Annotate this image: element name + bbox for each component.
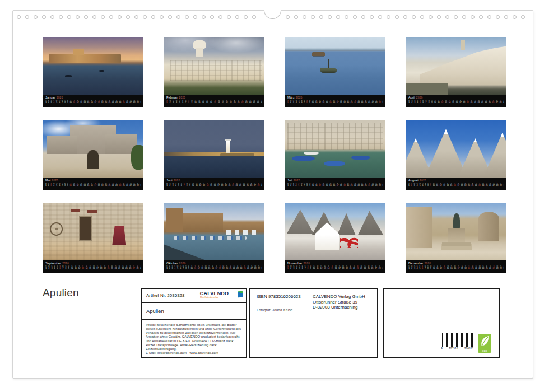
photo-detail — [50, 222, 63, 236]
photo-detail — [324, 161, 345, 166]
binding-hole — [445, 15, 449, 19]
binding-hole — [235, 15, 239, 19]
calendar-title-cell: Apulien — [142, 303, 246, 320]
binding-hole — [59, 15, 63, 19]
calendar-back-page: Januar2026D1F2S3S4M5D6M7D8F9S10S11M12D13… — [12, 10, 533, 379]
photo-detail — [225, 139, 231, 141]
binding-hole — [378, 15, 382, 19]
photo-detail — [351, 156, 370, 160]
month-name: November — [287, 262, 303, 265]
photo-detail — [226, 230, 259, 234]
mini-calendar-month-label: November2026 — [287, 262, 383, 265]
binding-hole — [252, 15, 256, 19]
barcode-digit-lead: 9 — [441, 347, 443, 350]
month-cell-otranto: Dezember2026D1M2D3F4S5S6M7D8M9D10F11S12S… — [406, 203, 506, 281]
mini-calendar-days: M1D2F3S4S5M6D7M8D9F10S11S12M13D14M15D16F… — [408, 100, 504, 107]
month-name: Februar — [166, 96, 178, 99]
mini-calendar-month-label: Oktober2026 — [166, 262, 262, 265]
photo-detail — [340, 235, 358, 248]
month-cell-lesina: März2026S1M2D3M4D5F6S7S8M9D10M11D12F13S1… — [285, 37, 385, 115]
month-cell-gallipoli: Oktober2026D1F2S3S4M5D6M7D8F9S10S11M12D1… — [164, 203, 264, 281]
month-year: 2026 — [296, 96, 303, 99]
month-year: 2026 — [179, 96, 185, 99]
brand-tagline: Mein Kalenderverlag — [200, 296, 236, 298]
photo-detail — [478, 212, 500, 241]
binding-hole — [437, 15, 441, 19]
barcode-digit-group2: 206623 — [464, 347, 473, 350]
photo-detail — [320, 68, 337, 73]
barcode-digits: 9 783516 206623 — [441, 347, 473, 350]
month-cell-monopoli: Juli2026M1D2F3S4S5M6D7M8D9F10S11S12M13D1… — [285, 120, 385, 198]
month-cell-vieste: Januar2026D1F2S3S4M5D6M7D8F9S10S11M12D13… — [43, 37, 143, 115]
month-name: Juli — [287, 179, 292, 182]
photo-detail — [406, 207, 432, 248]
mini-calendar-month-label: Dezember2026 — [408, 262, 504, 265]
publisher-address: CALVENDO Verlag GmbH Ottobrunner Straße … — [313, 294, 365, 310]
month-name: Oktober — [166, 262, 178, 265]
publisher-box: ISBN 9783516206623 Fotograf: Joana Kruse… — [249, 288, 378, 358]
photo-detail — [328, 59, 329, 68]
mini-month-calendar: Januar2026D1F2S3S4M5D6M7D8F9S10S11M12D13… — [43, 95, 143, 107]
binding-hole — [311, 15, 315, 19]
photo-detail — [312, 52, 325, 56]
mini-calendar-days: D1M2D3F4S5S6M7D8M9D10F11S12S13M14D15M16D… — [45, 265, 141, 273]
photo-detail — [425, 129, 467, 178]
month-year: 2026 — [52, 179, 58, 182]
photo-detail — [448, 228, 466, 244]
photo-detail — [406, 83, 448, 95]
mini-calendar-days: S1M2D3M4D5F6S7S8M9D10M11D12F13S14S15M16D… — [166, 100, 262, 107]
binding-hole — [471, 15, 475, 19]
photo-masseria — [43, 203, 143, 260]
photo-detail — [174, 236, 247, 240]
month-year: 2026 — [425, 262, 431, 265]
mini-calendar-month-label: August2026 — [408, 179, 504, 182]
mini-month-calendar: Februar2026S1M2D3M4D5F6S7S8M9D10M11D12F1… — [164, 95, 264, 107]
mini-calendar-month-label: Mai2026 — [45, 179, 141, 182]
photo-detail — [287, 209, 314, 234]
mini-month-calendar: April2026M1D2F3S4S5M6D7M8D9F10S11S12M13D… — [406, 95, 506, 107]
binding-hole — [218, 15, 222, 19]
binding-hole — [244, 15, 248, 19]
month-name: September — [45, 262, 61, 265]
binding-hole — [521, 15, 525, 19]
photo-detail — [453, 213, 461, 230]
eco-logo: eco — [478, 334, 491, 353]
month-cell-ostuni: April2026M1D2F3S4S5M6D7M8D9F10S11S12M13D… — [406, 37, 506, 115]
month-year: 2026 — [420, 179, 426, 182]
photo-detail — [164, 241, 206, 260]
binding-hole — [412, 15, 416, 19]
binding-hole — [395, 15, 399, 19]
photo-trulli — [43, 120, 143, 178]
barcode-digit-group1: 783516 — [449, 347, 458, 350]
binding-hole — [92, 15, 96, 19]
photo-detail — [285, 50, 385, 51]
mini-month-calendar: August2026S1S2M3D4M5D6F7S8S9M10D11M12D13… — [406, 178, 506, 190]
photo-massafra — [164, 37, 264, 95]
binding-hole — [17, 15, 21, 19]
photo-detail — [337, 211, 384, 235]
binding-hole — [496, 15, 500, 19]
photo-detail — [99, 70, 104, 72]
month-name: August — [408, 179, 419, 182]
mini-month-calendar: September2026D1M2D3F4S5S6M7D8M9D10F11S12… — [43, 260, 143, 273]
binding-hole — [487, 15, 491, 19]
binding-hole — [504, 15, 508, 19]
binding-hole — [294, 15, 298, 19]
photo-detail — [420, 46, 506, 85]
photo-daecher — [406, 120, 506, 178]
binding-hole — [109, 15, 113, 19]
article-number-cell: Artikel-Nr. 2035328 CALVENDO Mein Kalend… — [142, 289, 246, 303]
mini-month-calendar: Juli2026M1D2F3S4S5M6D7M8D9F10S11S12M13D1… — [285, 178, 385, 190]
month-name: März — [287, 96, 295, 99]
month-cell-alberobello: November2026S1M2D3M4D5F6S7S8M9D10M11D12F… — [285, 203, 385, 281]
month-cell-trulli: Mai2026F1S2S3M4D5M6D7F8S9S10M11D12M13D14… — [43, 120, 143, 198]
binding-hole — [134, 15, 138, 19]
binding-hole — [345, 15, 348, 19]
isbn-number: ISBN 9783516206623 — [257, 294, 301, 299]
mini-calendar-month-label: April2026 — [408, 96, 504, 99]
photo-detail — [112, 226, 126, 245]
publisher-street: Ottobrunner Straße 39 — [313, 300, 365, 305]
binding-hole — [118, 15, 122, 19]
mini-month-calendar: Dezember2026D1M2D3F4S5S6M7D8M9D10F11S12S… — [406, 260, 506, 273]
calvendo-logo: CALVENDO Mein Kalenderverlag — [200, 291, 243, 300]
